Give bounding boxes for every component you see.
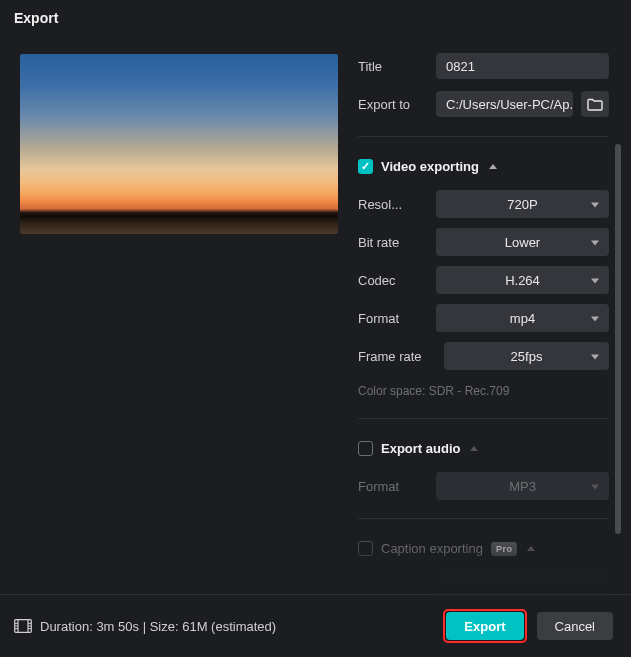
export-button-highlight: Export xyxy=(443,609,526,643)
pro-badge: Pro xyxy=(491,542,518,556)
codec-value: H.264 xyxy=(505,273,540,288)
title-row: Title xyxy=(358,54,609,78)
format-value: mp4 xyxy=(510,311,535,326)
cancel-button[interactable]: Cancel xyxy=(537,612,613,640)
film-icon xyxy=(14,619,32,633)
export-to-label: Export to xyxy=(358,97,428,112)
settings-column: Title Export to C:/Users/User-PC/Ap... ✓… xyxy=(358,54,621,594)
bitrate-row: Bit rate Lower xyxy=(358,230,609,254)
export-button[interactable]: Export xyxy=(446,612,523,640)
chevron-down-icon xyxy=(591,485,599,490)
format-dropdown[interactable]: mp4 xyxy=(436,304,609,332)
export-path-display[interactable]: C:/Users/User-PC/Ap... xyxy=(436,91,573,117)
framerate-label: Frame rate xyxy=(358,349,436,364)
chevron-down-icon xyxy=(591,355,599,360)
chevron-down-icon xyxy=(591,317,599,322)
export-dialog: Export Title Export to C:/Users/User-PC/… xyxy=(0,0,631,657)
resolution-label: Resol... xyxy=(358,197,428,212)
caption-exporting-label: Caption exporting xyxy=(381,541,483,556)
footer-actions: Export Cancel xyxy=(443,609,613,643)
scrollbar-thumb[interactable] xyxy=(615,144,621,534)
title-input[interactable] xyxy=(436,53,609,79)
resolution-value: 720P xyxy=(507,197,537,212)
codec-dropdown[interactable]: H.264 xyxy=(436,266,609,294)
audio-format-dropdown: MP3 xyxy=(436,472,609,500)
dialog-content: Title Export to C:/Users/User-PC/Ap... ✓… xyxy=(0,36,631,594)
settings-scrollbar[interactable] xyxy=(615,54,621,594)
divider xyxy=(358,518,609,519)
browse-folder-button[interactable] xyxy=(581,91,609,117)
video-exporting-checkbox[interactable]: ✓ xyxy=(358,159,373,174)
framerate-value: 25fps xyxy=(511,349,543,364)
bitrate-value: Lower xyxy=(505,235,540,250)
export-to-row: Export to C:/Users/User-PC/Ap... xyxy=(358,92,609,116)
audio-format-value: MP3 xyxy=(509,479,536,494)
codec-row: Codec H.264 xyxy=(358,268,609,292)
bitrate-dropdown[interactable]: Lower xyxy=(436,228,609,256)
chevron-up-icon xyxy=(527,546,535,551)
chevron-up-icon xyxy=(470,446,478,451)
settings-list: Title Export to C:/Users/User-PC/Ap... ✓… xyxy=(358,54,609,594)
caption-exporting-checkbox[interactable] xyxy=(358,541,373,556)
codec-label: Codec xyxy=(358,273,428,288)
export-audio-label: Export audio xyxy=(381,441,460,456)
resolution-row: Resol... 720P xyxy=(358,192,609,216)
chevron-down-icon xyxy=(591,203,599,208)
framerate-row: Frame rate 25fps xyxy=(358,344,609,368)
title-label: Title xyxy=(358,59,428,74)
chevron-down-icon xyxy=(591,241,599,246)
bitrate-label: Bit rate xyxy=(358,235,428,250)
format-row: Format mp4 xyxy=(358,306,609,330)
video-preview-thumbnail xyxy=(20,54,338,234)
footer: Duration: 3m 50s | Size: 61M (estimated)… xyxy=(0,594,631,657)
chevron-down-icon xyxy=(591,279,599,284)
chevron-up-icon xyxy=(489,164,497,169)
audio-format-row: Format MP3 xyxy=(358,474,609,498)
divider xyxy=(358,418,609,419)
video-exporting-label: Video exporting xyxy=(381,159,479,174)
preview-column xyxy=(20,54,338,594)
export-audio-checkbox[interactable] xyxy=(358,441,373,456)
audio-format-label: Format xyxy=(358,479,428,494)
caption-exporting-header[interactable]: Caption exporting Pro xyxy=(358,541,609,556)
colorspace-note: Color space: SDR - Rec.709 xyxy=(358,384,609,398)
dialog-title: Export xyxy=(0,0,631,36)
framerate-dropdown[interactable]: 25fps xyxy=(444,342,609,370)
caption-hidden-row xyxy=(358,574,609,598)
export-audio-header[interactable]: Export audio xyxy=(358,441,609,456)
divider xyxy=(358,136,609,137)
meta-text: Duration: 3m 50s | Size: 61M (estimated) xyxy=(40,619,276,634)
output-meta: Duration: 3m 50s | Size: 61M (estimated) xyxy=(14,619,276,634)
folder-icon xyxy=(587,97,603,111)
format-label: Format xyxy=(358,311,428,326)
video-exporting-header[interactable]: ✓ Video exporting xyxy=(358,159,609,174)
resolution-dropdown[interactable]: 720P xyxy=(436,190,609,218)
